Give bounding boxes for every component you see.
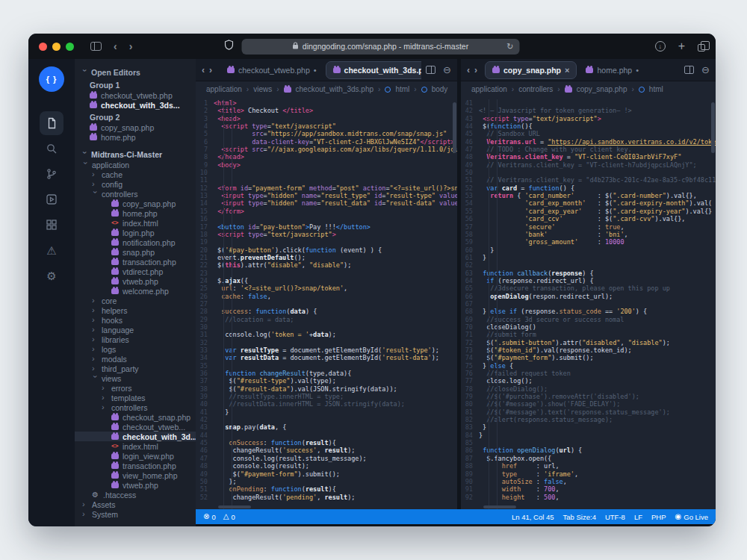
errors-status[interactable]: ⊗ 0: [203, 513, 216, 521]
open-editors-header[interactable]: › Open Editors: [75, 66, 196, 78]
tree-folder-libraries[interactable]: ›libraries: [75, 335, 196, 344]
tab-checkout_vtweb.php[interactable]: checkout_vtweb.php•: [220, 61, 324, 79]
language-mode[interactable]: PHP: [651, 513, 666, 521]
zoom-window-button[interactable]: [66, 43, 74, 51]
tree-folder-config[interactable]: ›config: [75, 179, 196, 189]
tree-file-snap.php[interactable]: snap.php: [75, 247, 196, 257]
address-bar[interactable]: dingngoding.com/snap.php - midtrans-ci-m…: [242, 39, 520, 55]
breadcrumb-item[interactable]: application: [206, 85, 242, 93]
tree-file-login_view.php[interactable]: login_view.php: [75, 451, 196, 461]
encoding[interactable]: UTF-8: [605, 513, 625, 521]
run-debug-icon[interactable]: [40, 187, 63, 211]
go-live-button[interactable]: ◉ Go Live: [675, 513, 708, 521]
tree-folder-language[interactable]: ›language: [75, 325, 196, 335]
tree-folder-controllers[interactable]: ›controllers: [75, 402, 196, 412]
browser-sidebar-toggle-icon[interactable]: [90, 42, 102, 51]
breadcrumb-item[interactable]: html: [395, 85, 409, 93]
app-logo[interactable]: { }: [39, 66, 64, 92]
extensions-icon[interactable]: [40, 213, 63, 237]
tree-file-notification.php[interactable]: notification.php: [75, 237, 196, 247]
search-icon[interactable]: [40, 137, 63, 161]
tab-size[interactable]: Tab Size:4: [563, 513, 596, 521]
tab-overview-icon[interactable]: [698, 44, 705, 52]
tree-file-transaction.php[interactable]: transaction.php: [75, 257, 196, 267]
cursor-position[interactable]: Ln 41, Col 45: [512, 513, 554, 521]
explorer-icon[interactable]: [40, 111, 63, 135]
open-editor-item[interactable]: checkout_vtweb.php: [75, 90, 196, 100]
minimize-window-button[interactable]: [52, 43, 61, 51]
vertical-scrollbar[interactable]: [711, 102, 715, 153]
close-icon[interactable]: ×: [565, 66, 569, 75]
tree-folder-logs[interactable]: ›logs: [75, 344, 196, 354]
new-tab-button[interactable]: +: [678, 40, 685, 52]
reload-icon[interactable]: ↻: [506, 42, 513, 52]
tabs-back-icon[interactable]: ‹: [467, 66, 470, 75]
shield-icon[interactable]: [225, 40, 234, 53]
tree-file-checkout_vtweb...[interactable]: checkout_vtweb...: [75, 422, 196, 432]
back-button[interactable]: ‹: [114, 41, 117, 52]
tabs-forward-icon[interactable]: ›: [209, 66, 212, 75]
eol[interactable]: LF: [634, 513, 642, 521]
tree-file-vtdirect.php[interactable]: vtdirect.php: [75, 267, 196, 276]
source-control-icon[interactable]: [40, 162, 63, 186]
modified-dot[interactable]: •: [636, 66, 639, 75]
tree-file-checkout_snap.php[interactable]: checkout_snap.php: [75, 412, 196, 422]
open-editor-item[interactable]: copy_snap.php: [75, 122, 196, 132]
tabs-forward-icon[interactable]: ›: [474, 66, 477, 75]
split-editor-icon[interactable]: [684, 66, 694, 74]
tree-file-checkout_with_3d...[interactable]: checkout_with_3d...: [75, 432, 196, 441]
tree-file-index.html[interactable]: <>index.html: [75, 441, 196, 451]
tab-copy_snap.php[interactable]: copy_snap.php×: [485, 61, 577, 79]
close-window-button[interactable]: [39, 43, 47, 51]
tree-folder-errors[interactable]: ›errors: [75, 383, 196, 393]
tree-file-vtweb.php[interactable]: vtweb.php: [75, 480, 196, 490]
tree-folder-third_party[interactable]: ›third_party: [75, 364, 196, 373]
tree-folder-application[interactable]: ›application: [75, 160, 196, 169]
tree-file-.htaccess[interactable]: ⚙.htaccess: [75, 490, 196, 500]
tree-folder-helpers[interactable]: ›helpers: [75, 305, 196, 315]
breadcrumb-item[interactable]: controllers: [518, 85, 553, 93]
settings-gear-icon[interactable]: ⚙: [40, 264, 63, 287]
breadcrumb-item[interactable]: body: [432, 85, 448, 93]
tree-file-copy_snap.php[interactable]: copy_snap.php: [75, 199, 196, 208]
open-editor-item[interactable]: home.php: [75, 132, 196, 142]
split-editor-icon[interactable]: [426, 66, 436, 74]
breadcrumb-item[interactable]: checkout_with_3ds.php: [296, 85, 374, 93]
code-editor[interactable]: 4142<! — Javascript for token generation…: [461, 97, 716, 509]
tree-folder-templates[interactable]: ›templates: [75, 393, 196, 402]
editor-actions-icon[interactable]: ⊖: [443, 65, 451, 75]
tree-file-welcome.php[interactable]: welcome.php: [75, 286, 196, 296]
tree-folder-cache[interactable]: ›cache: [75, 169, 196, 179]
tree-folder-Assets[interactable]: ›Assets: [75, 500, 196, 509]
tree-file-transaction.php[interactable]: transaction.php: [75, 461, 196, 470]
tree-file-login.php[interactable]: login.php: [75, 228, 196, 237]
tab-home.php[interactable]: home.php•: [578, 61, 646, 79]
open-editor-item[interactable]: checkout_with_3ds...: [75, 100, 196, 110]
tree-folder-hooks[interactable]: ›hooks: [75, 315, 196, 325]
editor-actions-icon[interactable]: ⊖: [701, 65, 710, 75]
tree-file-vtweb.php[interactable]: vtweb.php: [75, 276, 196, 286]
breadcrumb-item[interactable]: application: [471, 85, 507, 93]
modified-dot[interactable]: •: [314, 66, 317, 75]
tree-file-index.html[interactable]: <>index.html: [75, 218, 196, 228]
warning-icon[interactable]: ⚠: [40, 238, 63, 262]
horizontal-scrollbar[interactable]: [483, 505, 516, 508]
breadcrumb-item[interactable]: html: [649, 85, 663, 93]
tree-folder-views[interactable]: ›views: [75, 373, 196, 383]
tabs-back-icon[interactable]: ‹: [202, 66, 205, 75]
downloads-icon[interactable]: ↓: [655, 41, 666, 52]
horizontal-scrollbar[interactable]: [218, 505, 251, 508]
vertical-scrollbar[interactable]: [453, 102, 456, 153]
tree-folder-modals[interactable]: ›modals: [75, 354, 196, 364]
breadcrumb-item[interactable]: copy_snap.php: [577, 85, 627, 93]
tree-file-home.php[interactable]: home.php: [75, 208, 196, 218]
code-editor[interactable]: 1<html>2 <title> Checkout </title>3 <hea…: [196, 97, 457, 509]
tree-file-view_home.php[interactable]: view_home.php: [75, 470, 196, 480]
forward-button[interactable]: ›: [129, 41, 133, 52]
warnings-status[interactable]: △ 0: [223, 513, 235, 521]
project-root-header[interactable]: › Midtrans-Ci-Master: [75, 149, 196, 160]
tab-checkout_with_3ds.php[interactable]: checkout_with_3ds.php×: [326, 61, 422, 79]
tree-folder-core[interactable]: ›core: [75, 296, 196, 305]
tree-folder-System[interactable]: ›System: [75, 509, 196, 519]
tree-folder-controllers[interactable]: ›controllers: [75, 189, 196, 199]
